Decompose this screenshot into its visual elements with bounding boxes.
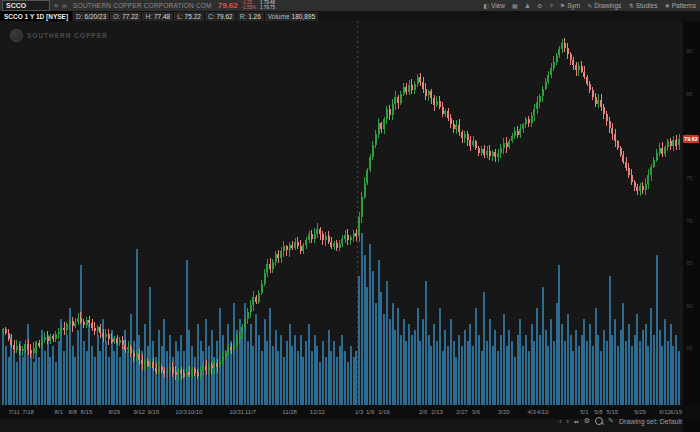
candle-up bbox=[417, 77, 419, 84]
candle-up bbox=[294, 242, 296, 248]
volume-bar bbox=[38, 357, 40, 405]
volume-bar bbox=[458, 335, 460, 405]
volume-bar bbox=[105, 341, 107, 406]
candle-down bbox=[405, 87, 407, 92]
candle-up bbox=[481, 149, 483, 153]
chart-area[interactable]: SOUTHERN COPPER bbox=[0, 21, 683, 405]
candle-down bbox=[567, 48, 569, 54]
candle-up bbox=[350, 237, 352, 240]
volume-bar bbox=[659, 330, 661, 405]
help-icon[interactable]: ? bbox=[549, 3, 552, 9]
candle-up bbox=[361, 197, 363, 217]
ohlc-field: C:79.62 bbox=[205, 12, 236, 21]
price-axis[interactable]: 908580757065605579.62 bbox=[683, 21, 700, 432]
volume-bar bbox=[461, 346, 463, 405]
candle-down bbox=[489, 151, 491, 157]
candle-up bbox=[664, 147, 666, 154]
candle-up bbox=[403, 87, 405, 94]
time-axis-label: 10/3 bbox=[175, 409, 187, 415]
candle-up bbox=[69, 321, 71, 324]
volume-bar bbox=[202, 351, 204, 405]
candlestick-volume-canvas[interactable] bbox=[0, 21, 683, 405]
settings-gear-icon[interactable]: ⚙ bbox=[584, 417, 590, 425]
volume-bar bbox=[553, 341, 555, 406]
candle-up bbox=[66, 324, 68, 330]
volume-bar bbox=[405, 341, 407, 406]
candle-up bbox=[364, 183, 366, 197]
candle-up bbox=[358, 217, 360, 237]
candle-down bbox=[355, 233, 357, 236]
candle-up bbox=[119, 340, 121, 343]
candle-up bbox=[55, 334, 57, 338]
candle-up bbox=[252, 297, 254, 305]
clear-symbol-icon[interactable]: × bbox=[54, 1, 58, 10]
pan-right-icon[interactable]: › bbox=[567, 418, 569, 425]
volume-bar bbox=[517, 335, 519, 405]
volume-bar bbox=[430, 346, 432, 405]
volume-bar bbox=[636, 314, 638, 405]
pan-left-icon[interactable]: ‹ bbox=[559, 418, 561, 425]
volume-bar bbox=[30, 351, 32, 405]
options-dots-icon[interactable]: •• bbox=[574, 418, 579, 425]
volume-bar bbox=[47, 335, 49, 405]
volume-bar bbox=[297, 351, 299, 405]
candle-up bbox=[597, 100, 599, 104]
time-axis-label: 7/11 bbox=[9, 409, 20, 415]
drawing-pencil-icon[interactable]: ✎ bbox=[608, 417, 614, 425]
candle-up bbox=[105, 334, 107, 337]
candle-up bbox=[86, 320, 88, 325]
candle-down bbox=[130, 347, 132, 353]
candle-down bbox=[311, 234, 313, 238]
volume-bar bbox=[647, 346, 649, 405]
candle-up bbox=[531, 116, 533, 123]
symbol-input[interactable]: SCCO bbox=[2, 0, 50, 11]
volume-bar bbox=[24, 346, 26, 405]
time-axis-label: 5/29 bbox=[634, 409, 646, 415]
volume-bar bbox=[364, 255, 366, 406]
candle-down bbox=[570, 54, 572, 60]
time-axis-label: 12/12 bbox=[310, 409, 325, 415]
candle-up bbox=[308, 234, 310, 239]
calendar-icon[interactable]: ▦ bbox=[512, 2, 518, 9]
volume-bar bbox=[628, 324, 630, 405]
volume-bar bbox=[328, 330, 330, 405]
volume-bar bbox=[606, 341, 608, 406]
candle-up bbox=[522, 124, 524, 129]
volume-bar bbox=[667, 341, 669, 406]
studies-menu[interactable]: ⚗ Studies bbox=[628, 2, 657, 9]
candle-down bbox=[439, 101, 441, 108]
last-price-bubble: 79.62 bbox=[683, 135, 699, 143]
candle-up bbox=[383, 119, 385, 129]
candle-down bbox=[603, 107, 605, 115]
candle-down bbox=[575, 65, 577, 70]
candle-down bbox=[328, 236, 330, 242]
person-icon[interactable]: ♟ bbox=[525, 2, 530, 9]
candle-up bbox=[244, 319, 246, 327]
candle-down bbox=[589, 84, 591, 91]
volume-bar bbox=[539, 335, 541, 405]
gear-icon[interactable]: ⚙ bbox=[537, 2, 542, 9]
candle-down bbox=[38, 343, 40, 346]
view-menu[interactable]: ◧ View bbox=[483, 2, 505, 9]
candle-up bbox=[58, 332, 60, 335]
volume-bar bbox=[600, 351, 602, 405]
candle-up bbox=[74, 323, 76, 326]
time-axis-label: 6/19 bbox=[670, 409, 682, 415]
volume-bar bbox=[5, 346, 7, 405]
candle-down bbox=[595, 97, 597, 104]
volume-bar bbox=[592, 346, 594, 405]
volume-bar bbox=[8, 357, 10, 405]
link-icon[interactable]: ∞ bbox=[62, 1, 67, 10]
volume-bar bbox=[478, 335, 480, 405]
candle-up bbox=[545, 82, 547, 89]
candle-up bbox=[241, 327, 243, 334]
volume-bar bbox=[511, 341, 513, 406]
drawings-menu[interactable]: ✎ Drawings bbox=[587, 2, 621, 9]
volume-bar bbox=[97, 335, 99, 405]
zoom-icon[interactable] bbox=[595, 417, 603, 425]
candle-up bbox=[225, 352, 227, 357]
volume-bar bbox=[336, 357, 338, 405]
time-axis-label: 5/15 bbox=[606, 409, 618, 415]
patterns-menu[interactable]: ❖ Patterns bbox=[664, 2, 696, 9]
sym-menu[interactable]: ⚑ Sym bbox=[560, 2, 580, 9]
